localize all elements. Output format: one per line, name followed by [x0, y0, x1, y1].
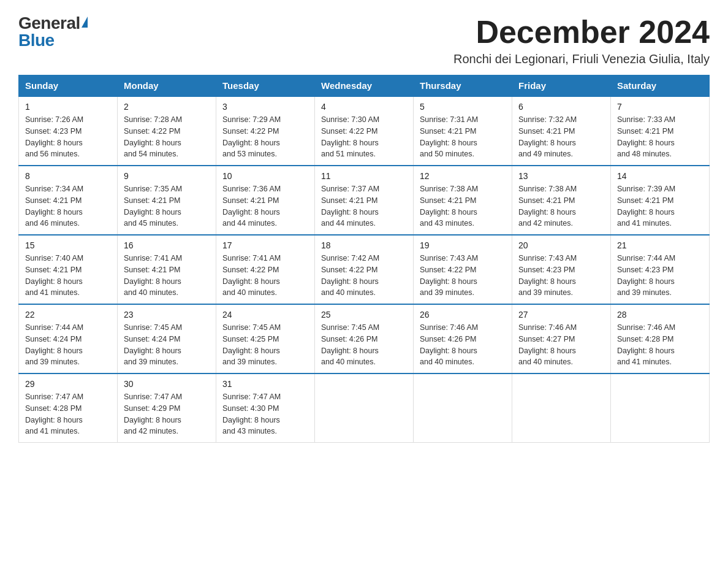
calendar-cell: 31 Sunrise: 7:47 AM Sunset: 4:30 PM Dayl… — [216, 373, 315, 443]
day-number: 12 — [420, 171, 506, 181]
day-info: Sunrise: 7:29 AM Sunset: 4:22 PM Dayligh… — [222, 114, 308, 160]
day-info: Sunrise: 7:42 AM Sunset: 4:22 PM Dayligh… — [321, 253, 407, 299]
calendar-cell: 18 Sunrise: 7:42 AM Sunset: 4:22 PM Dayl… — [315, 235, 414, 304]
calendar-cell — [414, 373, 512, 443]
day-number: 1 — [25, 102, 111, 112]
day-info: Sunrise: 7:30 AM Sunset: 4:22 PM Dayligh… — [321, 114, 407, 160]
day-number: 9 — [124, 171, 210, 181]
calendar-cell: 20 Sunrise: 7:43 AM Sunset: 4:23 PM Dayl… — [512, 235, 611, 304]
day-number: 11 — [321, 171, 407, 181]
day-number: 3 — [222, 102, 308, 112]
day-info: Sunrise: 7:47 AM Sunset: 4:30 PM Dayligh… — [222, 391, 308, 437]
month-title: December 2024 — [453, 15, 710, 50]
calendar-week-row: 8 Sunrise: 7:34 AM Sunset: 4:21 PM Dayli… — [19, 166, 710, 235]
day-number: 19 — [420, 240, 506, 250]
day-info: Sunrise: 7:47 AM Sunset: 4:28 PM Dayligh… — [25, 391, 111, 437]
day-number: 31 — [222, 379, 308, 389]
day-info: Sunrise: 7:38 AM Sunset: 4:21 PM Dayligh… — [518, 183, 604, 229]
calendar-cell: 24 Sunrise: 7:45 AM Sunset: 4:25 PM Dayl… — [216, 304, 315, 373]
day-number: 25 — [321, 310, 407, 320]
calendar-header-row: Sunday Monday Tuesday Wednesday Thursday… — [19, 75, 710, 97]
day-info: Sunrise: 7:39 AM Sunset: 4:21 PM Dayligh… — [617, 183, 703, 229]
calendar-cell: 6 Sunrise: 7:32 AM Sunset: 4:21 PM Dayli… — [512, 96, 611, 166]
day-number: 17 — [222, 240, 308, 250]
day-number: 21 — [617, 240, 703, 250]
calendar-cell — [611, 373, 710, 443]
day-number: 13 — [518, 171, 604, 181]
day-info: Sunrise: 7:45 AM Sunset: 4:24 PM Dayligh… — [124, 322, 210, 368]
day-number: 2 — [124, 102, 210, 112]
calendar-cell: 2 Sunrise: 7:28 AM Sunset: 4:22 PM Dayli… — [118, 96, 216, 166]
day-info: Sunrise: 7:36 AM Sunset: 4:21 PM Dayligh… — [222, 183, 308, 229]
day-info: Sunrise: 7:37 AM Sunset: 4:21 PM Dayligh… — [321, 183, 407, 229]
col-saturday: Saturday — [611, 75, 710, 97]
calendar-cell: 28 Sunrise: 7:46 AM Sunset: 4:28 PM Dayl… — [611, 304, 710, 373]
calendar-week-row: 15 Sunrise: 7:40 AM Sunset: 4:21 PM Dayl… — [19, 235, 710, 304]
day-number: 4 — [321, 102, 407, 112]
calendar-week-row: 29 Sunrise: 7:47 AM Sunset: 4:28 PM Dayl… — [19, 373, 710, 443]
calendar-cell: 13 Sunrise: 7:38 AM Sunset: 4:21 PM Dayl… — [512, 166, 611, 235]
col-monday: Monday — [118, 75, 216, 97]
day-number: 27 — [518, 310, 604, 320]
day-number: 20 — [518, 240, 604, 250]
calendar-cell: 4 Sunrise: 7:30 AM Sunset: 4:22 PM Dayli… — [315, 96, 414, 166]
calendar-week-row: 22 Sunrise: 7:44 AM Sunset: 4:24 PM Dayl… — [19, 304, 710, 373]
page-header: General Blue December 2024 Ronchi dei Le… — [18, 15, 710, 66]
calendar-cell: 16 Sunrise: 7:41 AM Sunset: 4:21 PM Dayl… — [118, 235, 216, 304]
col-tuesday: Tuesday — [216, 75, 315, 97]
location-subtitle: Ronchi dei Legionari, Friuli Venezia Giu… — [453, 52, 710, 66]
calendar-cell: 30 Sunrise: 7:47 AM Sunset: 4:29 PM Dayl… — [118, 373, 216, 443]
calendar-cell: 9 Sunrise: 7:35 AM Sunset: 4:21 PM Dayli… — [118, 166, 216, 235]
day-info: Sunrise: 7:45 AM Sunset: 4:26 PM Dayligh… — [321, 322, 407, 368]
day-number: 16 — [124, 240, 210, 250]
calendar-cell: 8 Sunrise: 7:34 AM Sunset: 4:21 PM Dayli… — [19, 166, 118, 235]
col-friday: Friday — [512, 75, 611, 97]
logo-blue-text: Blue — [18, 32, 55, 49]
day-info: Sunrise: 7:46 AM Sunset: 4:26 PM Dayligh… — [420, 322, 506, 368]
col-wednesday: Wednesday — [315, 75, 414, 97]
day-number: 28 — [617, 310, 703, 320]
calendar-cell: 17 Sunrise: 7:41 AM Sunset: 4:22 PM Dayl… — [216, 235, 315, 304]
day-info: Sunrise: 7:43 AM Sunset: 4:23 PM Dayligh… — [518, 253, 604, 299]
calendar-cell: 5 Sunrise: 7:31 AM Sunset: 4:21 PM Dayli… — [414, 96, 512, 166]
calendar-cell: 1 Sunrise: 7:26 AM Sunset: 4:23 PM Dayli… — [19, 96, 118, 166]
day-number: 29 — [25, 379, 111, 389]
col-thursday: Thursday — [414, 75, 512, 97]
day-number: 15 — [25, 240, 111, 250]
calendar-cell: 11 Sunrise: 7:37 AM Sunset: 4:21 PM Dayl… — [315, 166, 414, 235]
logo-triangle-icon — [82, 17, 88, 28]
day-info: Sunrise: 7:40 AM Sunset: 4:21 PM Dayligh… — [25, 253, 111, 299]
day-number: 10 — [222, 171, 308, 181]
calendar-cell — [315, 373, 414, 443]
calendar-cell: 10 Sunrise: 7:36 AM Sunset: 4:21 PM Dayl… — [216, 166, 315, 235]
calendar-cell: 15 Sunrise: 7:40 AM Sunset: 4:21 PM Dayl… — [19, 235, 118, 304]
day-info: Sunrise: 7:41 AM Sunset: 4:21 PM Dayligh… — [124, 253, 210, 299]
calendar-cell — [512, 373, 611, 443]
day-info: Sunrise: 7:33 AM Sunset: 4:21 PM Dayligh… — [617, 114, 703, 160]
calendar-week-row: 1 Sunrise: 7:26 AM Sunset: 4:23 PM Dayli… — [19, 96, 710, 166]
day-number: 24 — [222, 310, 308, 320]
calendar-cell: 19 Sunrise: 7:43 AM Sunset: 4:22 PM Dayl… — [414, 235, 512, 304]
calendar-cell: 26 Sunrise: 7:46 AM Sunset: 4:26 PM Dayl… — [414, 304, 512, 373]
day-number: 18 — [321, 240, 407, 250]
calendar-cell: 21 Sunrise: 7:44 AM Sunset: 4:23 PM Dayl… — [611, 235, 710, 304]
calendar-cell: 29 Sunrise: 7:47 AM Sunset: 4:28 PM Dayl… — [19, 373, 118, 443]
day-number: 23 — [124, 310, 210, 320]
day-info: Sunrise: 7:43 AM Sunset: 4:22 PM Dayligh… — [420, 253, 506, 299]
day-info: Sunrise: 7:41 AM Sunset: 4:22 PM Dayligh… — [222, 253, 308, 299]
day-info: Sunrise: 7:38 AM Sunset: 4:21 PM Dayligh… — [420, 183, 506, 229]
day-number: 14 — [617, 171, 703, 181]
day-number: 22 — [25, 310, 111, 320]
day-info: Sunrise: 7:44 AM Sunset: 4:24 PM Dayligh… — [25, 322, 111, 368]
day-number: 5 — [420, 102, 506, 112]
calendar-cell: 22 Sunrise: 7:44 AM Sunset: 4:24 PM Dayl… — [19, 304, 118, 373]
col-sunday: Sunday — [19, 75, 118, 97]
day-info: Sunrise: 7:45 AM Sunset: 4:25 PM Dayligh… — [222, 322, 308, 368]
calendar-cell: 25 Sunrise: 7:45 AM Sunset: 4:26 PM Dayl… — [315, 304, 414, 373]
day-number: 7 — [617, 102, 703, 112]
calendar-cell: 3 Sunrise: 7:29 AM Sunset: 4:22 PM Dayli… — [216, 96, 315, 166]
day-info: Sunrise: 7:46 AM Sunset: 4:27 PM Dayligh… — [518, 322, 604, 368]
day-info: Sunrise: 7:32 AM Sunset: 4:21 PM Dayligh… — [518, 114, 604, 160]
title-section: December 2024 Ronchi dei Legionari, Friu… — [453, 15, 710, 66]
day-info: Sunrise: 7:35 AM Sunset: 4:21 PM Dayligh… — [124, 183, 210, 229]
